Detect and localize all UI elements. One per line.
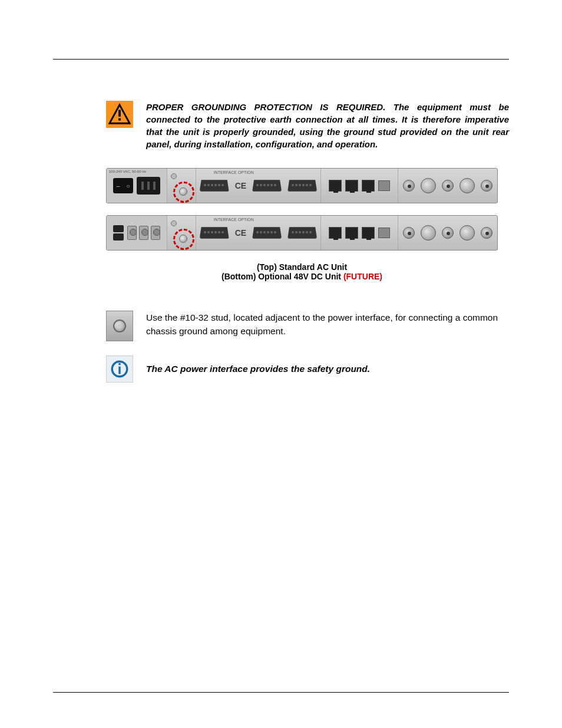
rj45-port-icon bbox=[345, 227, 358, 239]
svg-rect-2 bbox=[118, 118, 121, 121]
rj45-port-icon bbox=[329, 227, 342, 239]
caption-top: (Top) Standard AC Unit bbox=[106, 262, 498, 272]
screw-icon bbox=[171, 220, 177, 226]
sfp-port-icon bbox=[378, 228, 390, 238]
rj45-port-icon bbox=[345, 180, 358, 192]
note-block: The AC power interface provides the safe… bbox=[106, 355, 509, 383]
svg-rect-1 bbox=[118, 110, 121, 116]
ce-mark-icon: CE bbox=[235, 181, 246, 190]
rj45-port-icon bbox=[362, 180, 375, 192]
highlight-circle-icon bbox=[173, 229, 194, 250]
rj45-port-icon bbox=[362, 227, 375, 239]
dc-terminal-block-icon bbox=[127, 226, 160, 240]
rf-section bbox=[398, 169, 497, 203]
dc-switch-icon bbox=[113, 225, 124, 241]
bnc-connector-icon bbox=[403, 180, 415, 192]
dsub-connector-icon bbox=[252, 227, 282, 239]
dsub-connector-icon bbox=[200, 180, 229, 192]
bnc-connector-icon bbox=[442, 227, 454, 239]
svg-rect-5 bbox=[118, 367, 120, 374]
stud-info-text: Use the #10-32 stud, located adjacent to… bbox=[146, 311, 509, 338]
ac-rating-label: 100-240 VAC, 50-60 Hz bbox=[109, 170, 146, 173]
ac-power-section: –○ 100-240 VAC, 50-60 Hz bbox=[107, 169, 167, 203]
footer-rule bbox=[53, 692, 509, 693]
bnc-connector-icon bbox=[403, 227, 415, 239]
sfp-port-icon bbox=[378, 180, 390, 191]
dsub-connector-icon bbox=[287, 180, 317, 192]
ethernet-section bbox=[321, 169, 398, 203]
rf-section bbox=[398, 216, 497, 250]
interface-option-section: INTERFACE OPTION CE bbox=[196, 216, 321, 250]
figure-caption: (Top) Standard AC Unit (Bottom) Optional… bbox=[106, 262, 498, 281]
warning-triangle-icon bbox=[106, 101, 133, 128]
interface-option-section: INTERFACE OPTION CE bbox=[196, 169, 321, 203]
ground-stud-zone bbox=[167, 169, 196, 203]
bnc-connector-icon bbox=[442, 180, 454, 192]
caption-future: (FUTURE) bbox=[343, 272, 382, 281]
ground-stud-zone bbox=[167, 216, 196, 250]
note-text: The AC power interface provides the safe… bbox=[146, 364, 370, 374]
dsub-connector-icon bbox=[252, 180, 282, 192]
dsub-connector-icon bbox=[200, 227, 229, 239]
ntype-connector-icon bbox=[459, 178, 475, 193]
ntype-connector-icon bbox=[459, 225, 475, 241]
highlight-circle-icon bbox=[173, 182, 194, 203]
interface-option-label: INTERFACE OPTION bbox=[214, 218, 254, 222]
power-switch-icon: –○ bbox=[113, 178, 133, 193]
ntype-connector-icon bbox=[421, 225, 436, 241]
bnc-connector-icon bbox=[481, 180, 492, 192]
warning-block: PROPER GROUNDING PROTECTION IS REQUIRED.… bbox=[106, 101, 509, 150]
rear-panel-ac: –○ 100-240 VAC, 50-60 Hz INTERFACE OPTIO… bbox=[106, 168, 498, 203]
stud-info-block: Use the #10-32 stud, located adjacent to… bbox=[106, 311, 509, 341]
interface-option-label: INTERFACE OPTION bbox=[214, 170, 254, 174]
svg-rect-4 bbox=[118, 363, 120, 365]
ground-stud-thumbnail-icon bbox=[106, 311, 133, 341]
warning-text: PROPER GROUNDING PROTECTION IS REQUIRED.… bbox=[146, 101, 509, 150]
caption-bottom-prefix: (Bottom) Optional 48V DC Unit bbox=[222, 272, 343, 281]
rear-panel-figures: –○ 100-240 VAC, 50-60 Hz INTERFACE OPTIO… bbox=[106, 168, 509, 251]
info-circle-icon bbox=[106, 355, 133, 383]
caption-bottom: (Bottom) Optional 48V DC Unit (FUTURE) bbox=[106, 272, 498, 281]
ce-mark-icon: CE bbox=[235, 228, 246, 238]
iec-inlet-icon bbox=[137, 177, 160, 195]
dsub-connector-icon bbox=[287, 227, 317, 239]
dc-power-section bbox=[107, 216, 167, 250]
rear-panel-dc: INTERFACE OPTION CE bbox=[106, 215, 498, 251]
bnc-connector-icon bbox=[481, 227, 492, 239]
ntype-connector-icon bbox=[421, 178, 436, 193]
screw-icon bbox=[171, 173, 177, 179]
ethernet-section bbox=[321, 216, 398, 250]
rj45-port-icon bbox=[329, 180, 342, 192]
header-rule bbox=[53, 59, 509, 60]
